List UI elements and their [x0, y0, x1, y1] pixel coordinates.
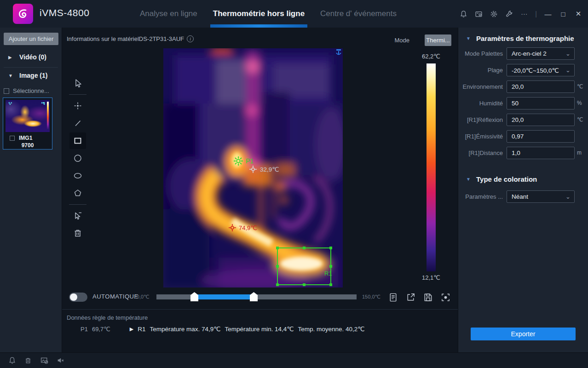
select-all-checkbox[interactable] — [4, 88, 9, 94]
rule-data-row: P1 69,7℃ ▶ R1 Température max. 74,9℃ Tem… — [81, 325, 364, 333]
thumbnail-osd-decoration: ▚▘ — [9, 102, 13, 105]
select-all-label: Sélectionne... — [13, 87, 49, 94]
temperature-range-slider[interactable] — [156, 294, 357, 299]
deselect-cursor-tool[interactable] — [69, 207, 86, 224]
image-disabled-icon[interactable] — [40, 356, 49, 365]
circle-measure-tool[interactable] — [69, 150, 86, 167]
thermography-section-title: Paramètres de thermographie — [476, 34, 574, 42]
scale-max-label: 62,2℃ — [416, 53, 446, 60]
chevron-down-icon: ⌄ — [565, 52, 571, 56]
image-group-label: Image (1) — [19, 72, 47, 79]
coloration-select[interactable]: Néant ⌄ — [507, 190, 575, 203]
humidity-row: Humidité % — [458, 97, 588, 109]
main-tabs: Analyse en ligne Thermométrie hors ligne… — [138, 0, 398, 28]
point-measure-tool[interactable] — [69, 98, 86, 114]
cursor-temp-readout: 32,9℃ — [260, 166, 279, 173]
temperature-scale-bar — [427, 63, 436, 271]
slider-handle-high[interactable] — [250, 292, 258, 301]
image-group-header[interactable]: ▼ Image (1) — [0, 70, 62, 80]
clear-trash-icon[interactable] — [23, 356, 33, 365]
select-all-row: Sélectionne... — [4, 87, 49, 94]
reflection-label: [R1]Réflexion — [458, 114, 503, 126]
video-group-header[interactable]: ▶ Vidéo (0) — [0, 52, 62, 62]
export-button[interactable]: Exporter — [471, 328, 576, 340]
r1-avg-value: 40,2℃ — [346, 325, 364, 333]
delete-trash-tool[interactable] — [69, 225, 86, 242]
annotation-toolbar — [66, 75, 90, 242]
info-icon[interactable]: i — [187, 35, 194, 42]
device-info-text: Informations sur le matérielDS-2TP31-3AU… — [67, 35, 184, 42]
automatic-toggle[interactable] — [69, 293, 87, 302]
line-measure-tool[interactable] — [69, 115, 86, 132]
reflection-input[interactable] — [507, 114, 575, 126]
rectangle-measure-tool[interactable] — [69, 132, 86, 149]
more-menu-icon[interactable]: ··· — [519, 9, 529, 19]
range-row: Plage -20,0℃~150,0℃ ⌄ — [458, 64, 588, 76]
thumbnail-osd-decoration: ▝▜ — [40, 102, 45, 105]
tab-thermometrie-hors-ligne[interactable]: Thermométrie hors ligne — [211, 0, 306, 28]
distance-label: [R1]Distance — [458, 147, 503, 159]
reflection-unit: ℃ — [577, 114, 583, 126]
tab-analyse-en-ligne[interactable]: Analyse en ligne — [138, 0, 199, 28]
distance-row: [R1]Distance m — [458, 147, 588, 159]
palette-mode-select[interactable]: Arc-en-ciel 2 ⌄ — [507, 47, 575, 60]
slider-handle-low[interactable] — [190, 292, 198, 301]
thumbnail-name-2: 9700 — [3, 142, 52, 149]
thumbnail-scale-bar — [47, 102, 49, 130]
image-thumbnail-card[interactable]: ▚▘ ▝▜ IMG1 9700 — [3, 98, 52, 150]
range-min-label: -20,0℃ — [132, 294, 149, 300]
thermal-image-canvas[interactable]: P1 32,9℃ 74,9℃ R1 — [163, 48, 343, 288]
save-floppy-icon[interactable] — [422, 292, 433, 303]
thermal-thumbnail[interactable]: ▚▘ ▝▜ — [6, 100, 50, 132]
active-tab-underline — [210, 24, 307, 28]
minimize-button[interactable]: — — [543, 9, 553, 19]
viewer-area: Informations sur le matérielDS-2TP31-3AU… — [62, 28, 458, 352]
toolbar-divider — [69, 94, 86, 95]
video-group-label: Vidéo (0) — [19, 53, 46, 61]
range-label: Plage — [458, 64, 503, 76]
p1-marker-label: P1 — [246, 157, 254, 165]
add-file-button[interactable]: Ajouter un fichier — [4, 33, 58, 45]
settings-gear-icon[interactable] — [489, 9, 499, 19]
rule-data-title: Données règle de température — [67, 314, 148, 321]
environment-input[interactable] — [507, 80, 575, 93]
report-document-icon[interactable] — [387, 292, 398, 303]
toggle-knob — [70, 293, 77, 301]
thumbnail-checkbox[interactable] — [10, 136, 15, 141]
section-collapse-icon: ▼ — [466, 36, 476, 41]
tab-centre-evenements[interactable]: Centre d' événements — [318, 0, 398, 28]
capture-focus-icon[interactable] — [440, 292, 451, 303]
r1-min-label: Température min. — [225, 326, 273, 333]
palette-mode-label: Mode Palettes — [458, 47, 503, 60]
sidebar-divider — [4, 67, 58, 68]
close-button[interactable]: ✕ — [573, 9, 583, 19]
snapshot-device-icon[interactable] — [473, 9, 484, 19]
coloration-section-header[interactable]: ▼ Type de coloration — [458, 175, 537, 183]
r1-max-label: Température max. — [150, 326, 200, 333]
r1-expand-arrow-icon[interactable]: ▶ — [130, 326, 133, 332]
notifications-bell-icon[interactable] — [458, 9, 468, 19]
range-select[interactable]: -20,0℃~150,0℃ ⌄ — [507, 64, 575, 76]
automatic-label: AUTOMATIQUE — [92, 293, 138, 300]
range-max-label: 150,0℃ — [362, 294, 380, 300]
humidity-input[interactable] — [507, 97, 575, 109]
file-sidebar: Ajouter un fichier ▶ Vidéo (0) ▼ Image (… — [0, 28, 62, 352]
alarm-bell-icon[interactable] — [7, 356, 17, 365]
tools-wrench-icon[interactable] — [504, 9, 514, 19]
thermography-panel: ▼ Paramètres de thermographie Mode Palet… — [458, 28, 588, 352]
mode-select-button[interactable]: Thermi... — [425, 34, 451, 46]
thermography-section-header[interactable]: ▼ Paramètres de thermographie — [458, 34, 574, 42]
export-share-icon[interactable] — [405, 292, 416, 303]
collapse-arrow-icon: ▶ — [8, 55, 13, 60]
select-cursor-tool[interactable] — [69, 75, 86, 92]
polygon-measure-tool[interactable] — [69, 185, 86, 201]
p1-name: P1 — [81, 326, 88, 333]
ellipse-measure-tool[interactable] — [69, 167, 86, 184]
app-logo-icon — [13, 4, 33, 24]
palette-range-controls: AUTOMATIQUE -20,0℃ 150,0℃ — [62, 291, 458, 305]
maximize-button[interactable]: □ — [558, 9, 568, 19]
chevron-down-icon: ⌄ — [565, 68, 571, 73]
audio-mute-icon[interactable] — [56, 356, 65, 365]
emissivity-input[interactable] — [507, 130, 575, 143]
distance-input[interactable] — [507, 147, 575, 159]
